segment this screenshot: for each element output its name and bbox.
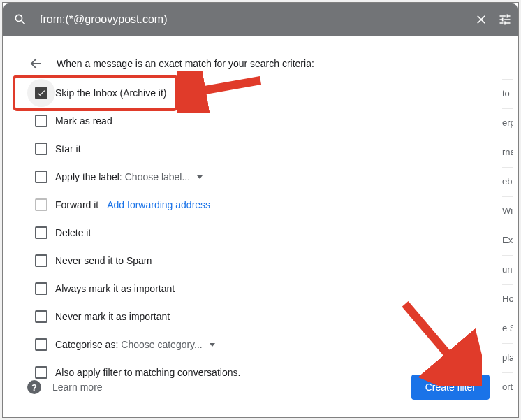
option-label: Always mark it as important <box>55 283 175 294</box>
list-item: to <box>502 79 513 108</box>
checkbox[interactable] <box>35 171 47 183</box>
checkbox[interactable] <box>35 282 47 295</box>
filter-option-row: Apply the label:Choose label... <box>27 163 499 191</box>
option-label: Categorise as: <box>55 339 118 350</box>
option-label: Delete it <box>55 227 91 238</box>
filter-option-row: Never mark it as important <box>27 303 499 331</box>
filter-option-row: Always mark it as important <box>27 275 499 303</box>
filter-option-row: Forward itAdd forwarding address <box>27 191 499 219</box>
forwarding-address-link[interactable]: Add forwarding address <box>107 199 210 210</box>
list-item: ort <box>502 372 513 402</box>
filter-option-row: Categorise as:Choose category... <box>27 331 499 359</box>
option-label: Never send it to Spam <box>55 255 152 266</box>
checkbox[interactable] <box>35 198 47 211</box>
checkbox[interactable] <box>35 115 47 127</box>
chevron-down-icon <box>210 343 215 347</box>
list-item: rna <box>502 138 513 167</box>
checkbox[interactable] <box>35 338 47 351</box>
filter-option-row: Delete it <box>27 219 499 247</box>
list-item: Ex <box>502 226 513 255</box>
filter-option-row: Never send it to Spam <box>27 247 499 275</box>
search-input[interactable]: from:(*@groovypost.com) <box>27 13 474 26</box>
option-label: Never mark it as important <box>55 311 170 322</box>
chevron-down-icon <box>197 175 203 179</box>
close-icon[interactable] <box>474 13 488 27</box>
list-item: pla <box>502 343 513 372</box>
list-item: Wi <box>502 196 513 226</box>
search-icon[interactable] <box>13 13 27 27</box>
option-label: Mark as read <box>55 115 112 126</box>
list-item: e S <box>502 314 513 343</box>
dropdown-select[interactable]: Choose label... <box>125 171 203 182</box>
list-item: eb <box>502 167 513 196</box>
list-item: erp <box>502 108 513 138</box>
option-label: Star it <box>55 143 81 154</box>
checkbox[interactable] <box>35 87 47 99</box>
checkbox[interactable] <box>35 143 47 155</box>
checkbox[interactable] <box>35 254 47 267</box>
option-label: Apply the label: <box>55 171 122 182</box>
panel-header: When a message is an exact match for you… <box>57 58 314 69</box>
filter-option-row: Mark as read <box>27 107 499 135</box>
checkbox[interactable] <box>35 226 47 239</box>
back-arrow-icon[interactable] <box>27 55 44 72</box>
filter-option-row: Skip the Inbox (Archive it) <box>27 79 499 107</box>
list-item: un <box>502 255 513 284</box>
dropdown-select[interactable]: Choose category... <box>121 339 214 350</box>
search-bar: from:(*@groovypost.com) <box>3 3 518 36</box>
option-label: Forward it <box>55 199 98 210</box>
filter-option-row: Star it <box>27 135 499 163</box>
filter-panel: When a message is an exact match for you… <box>10 44 499 411</box>
list-item: Ho <box>502 284 513 314</box>
learn-more-label: Learn more <box>52 382 103 393</box>
tune-icon[interactable] <box>498 13 512 27</box>
help-icon: ? <box>27 380 41 394</box>
background-rows: toerprnaebWiExunHoe Splaort <box>502 79 513 402</box>
checkbox[interactable] <box>35 310 47 323</box>
create-filter-button[interactable]: Create filter <box>411 375 490 400</box>
learn-more-link[interactable]: ? Learn more <box>27 380 103 394</box>
option-label: Skip the Inbox (Archive it) <box>55 87 167 99</box>
